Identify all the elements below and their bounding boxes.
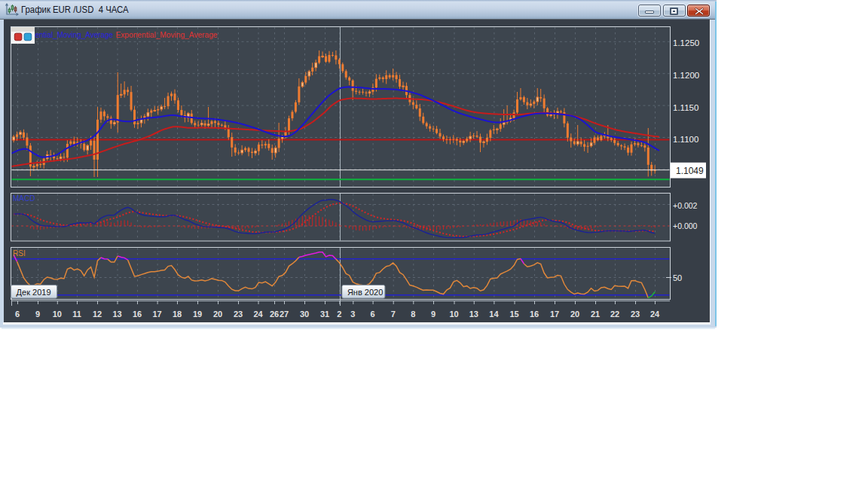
svg-text:12: 12 [93, 310, 102, 319]
svg-text:Exponential_Moving_Average: Exponential_Moving_Average [116, 30, 218, 39]
svg-text:20: 20 [213, 310, 222, 319]
svg-text:Янв 2020: Янв 2020 [347, 288, 383, 297]
svg-text:2: 2 [337, 310, 341, 319]
svg-text:23: 23 [631, 310, 640, 319]
svg-text:23: 23 [234, 310, 243, 319]
svg-text:7: 7 [391, 310, 396, 319]
svg-text:50: 50 [673, 273, 682, 282]
svg-text:14: 14 [489, 310, 499, 319]
svg-text:15: 15 [509, 310, 518, 319]
svg-text:+0.000: +0.000 [673, 221, 698, 230]
svg-text:1.1049: 1.1049 [676, 166, 704, 176]
svg-text:6: 6 [371, 310, 375, 319]
svg-text:31: 31 [320, 310, 329, 319]
svg-text:8: 8 [411, 310, 415, 319]
svg-text:9: 9 [35, 310, 40, 319]
svg-text:RSI: RSI [13, 249, 26, 258]
svg-text:16: 16 [133, 310, 142, 319]
svg-text:20: 20 [570, 310, 579, 319]
svg-text:11: 11 [72, 310, 81, 319]
svg-text:19: 19 [193, 310, 202, 319]
svg-text:+0.002: +0.002 [673, 201, 698, 210]
svg-text:24: 24 [253, 310, 263, 319]
svg-text:24: 24 [650, 310, 660, 319]
svg-text:10: 10 [449, 310, 458, 319]
svg-text:22: 22 [610, 310, 619, 319]
svg-text:ential_Moving_Average: ential_Moving_Average [35, 30, 114, 39]
svg-text:3: 3 [350, 310, 355, 319]
svg-text:21: 21 [591, 310, 600, 319]
svg-text:MACD: MACD [13, 194, 35, 203]
svg-text:Дек 2019: Дек 2019 [17, 288, 51, 297]
svg-text:13: 13 [469, 310, 478, 319]
svg-text:9: 9 [431, 310, 436, 319]
svg-text:18: 18 [173, 310, 182, 319]
svg-text:1.1250: 1.1250 [673, 38, 699, 47]
svg-text:6: 6 [15, 310, 20, 319]
svg-text:30: 30 [300, 310, 309, 319]
svg-text:13: 13 [112, 310, 121, 319]
svg-text:1.1150: 1.1150 [673, 103, 698, 112]
svg-text:1.1200: 1.1200 [673, 71, 699, 80]
svg-text:1.1100: 1.1100 [673, 135, 698, 144]
svg-text:26: 26 [270, 310, 279, 319]
svg-text:27: 27 [280, 310, 289, 319]
svg-text:16: 16 [530, 310, 539, 319]
svg-text:17: 17 [550, 310, 559, 319]
svg-text:17: 17 [152, 310, 161, 319]
svg-text:10: 10 [53, 310, 62, 319]
